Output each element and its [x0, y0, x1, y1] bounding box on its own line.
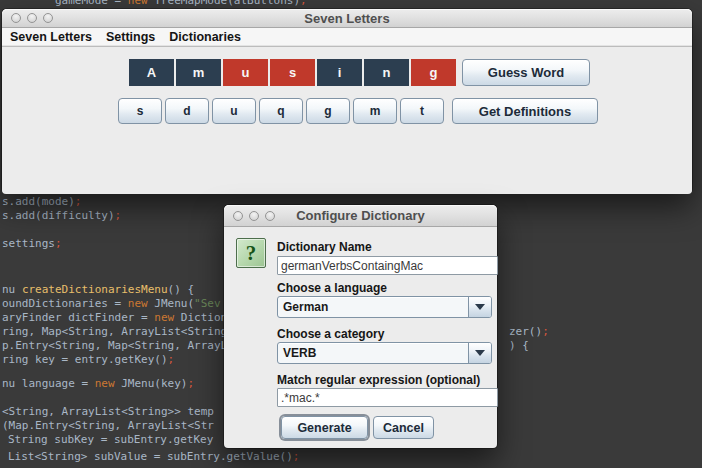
code-line: nu createDictionariesMenu() { [2, 283, 194, 297]
regex-input[interactable] [277, 388, 498, 407]
cancel-button[interactable]: Cancel [373, 416, 434, 439]
letter-button-m[interactable]: m [353, 98, 397, 124]
code-line: aryFinder dictFinder = new Diction [2, 311, 227, 325]
language-label: Choose a language [277, 281, 387, 295]
letter-button-g[interactable]: g [306, 98, 350, 124]
zoom-button[interactable] [265, 211, 275, 221]
code-line: <String, ArrayList<String>> temp [2, 405, 214, 419]
dialog-body: ? Dictionary Name Choose a language Germ… [224, 227, 497, 449]
generate-button[interactable]: Generate [281, 416, 368, 439]
code-line: nu language = new JMenu(key); [2, 377, 194, 391]
code-line: settings; [2, 237, 62, 251]
dictionary-name-label: Dictionary Name [277, 240, 372, 254]
close-button[interactable] [11, 13, 21, 23]
app-window-title: Seven Letters [304, 11, 389, 26]
code-line: String subKey = subEntry.getKey [8, 433, 213, 447]
code-line: zer(); [509, 325, 549, 339]
guess-word-button[interactable]: Guess Word [462, 59, 590, 86]
configure-dictionary-dialog: Configure Dictionary ? Dictionary Name C… [224, 205, 497, 448]
letter-button-q[interactable]: q [259, 98, 303, 124]
zoom-button[interactable] [43, 13, 53, 23]
category-select[interactable]: VERB [277, 342, 492, 364]
dialog-traffic-lights [233, 211, 275, 221]
get-definitions-button[interactable]: Get Definitions [452, 98, 598, 124]
minimize-button[interactable] [249, 211, 259, 221]
letter-tile-n[interactable]: n [364, 59, 409, 86]
letter-tile-g[interactable]: g [411, 59, 456, 86]
traffic-lights [11, 13, 53, 23]
dialog-title: Configure Dictionary [296, 208, 425, 223]
letter-button-d[interactable]: d [165, 98, 209, 124]
code-line: ring, Map<String, ArrayList<String [2, 325, 227, 339]
close-button[interactable] [233, 211, 243, 221]
menubar-item-settings[interactable]: Settings [99, 30, 162, 44]
code-line: p.Entry<String, Map<String, ArrayL [2, 339, 227, 353]
letter-tile-m[interactable]: m [176, 59, 221, 86]
app-content: Amusing Guess Word sduqgmt Get Definitio… [2, 47, 692, 194]
language-select[interactable]: German [277, 296, 492, 318]
code-line: ring key = entry.getKey(); [2, 353, 174, 367]
dictionary-name-input[interactable] [277, 256, 498, 275]
code-line: oundDictionaries = new JMenu("Sev [2, 297, 221, 311]
letter-button-s[interactable]: s [118, 98, 162, 124]
app-menubar: Seven LettersSettingsDictionaries [2, 28, 692, 47]
code-line: (Map.Entry<String, ArrayList<Str [2, 419, 214, 433]
language-dropdown-button[interactable] [468, 297, 491, 317]
chevron-down-icon [475, 304, 485, 310]
letter-tile-s[interactable]: s [270, 59, 315, 86]
letter-button-u[interactable]: u [212, 98, 256, 124]
letter-button-t[interactable]: t [400, 98, 444, 124]
dialog-titlebar[interactable]: Configure Dictionary [224, 205, 497, 227]
language-selected-value: German [278, 300, 468, 314]
regex-label: Match regular expression (optional) [277, 373, 480, 387]
code-line: List<String> subValue = subEntry.getValu… [8, 450, 299, 464]
question-icon: ? [236, 238, 266, 268]
minimize-button[interactable] [27, 13, 37, 23]
category-selected-value: VERB [278, 346, 468, 360]
code-line: ) { [509, 339, 529, 353]
category-dropdown-button[interactable] [468, 343, 491, 363]
seven-letters-window: Seven Letters Seven LettersSettingsDicti… [2, 9, 692, 193]
category-label: Choose a category [277, 327, 384, 341]
app-titlebar[interactable]: Seven Letters [2, 9, 692, 28]
letter-tile-i[interactable]: i [317, 59, 362, 86]
chevron-down-icon [475, 350, 485, 356]
menubar-item-seven-letters[interactable]: Seven Letters [10, 30, 99, 44]
menubar-item-dictionaries[interactable]: Dictionaries [162, 30, 248, 44]
code-line: s.add(mode); [2, 195, 81, 209]
letter-tile-u[interactable]: u [223, 59, 268, 86]
code-line: gameMode = new TreeMapMode(alButtons); [55, 0, 307, 8]
code-line: s.add(difficulty); [2, 209, 121, 223]
letter-tile-A[interactable]: A [129, 59, 174, 86]
